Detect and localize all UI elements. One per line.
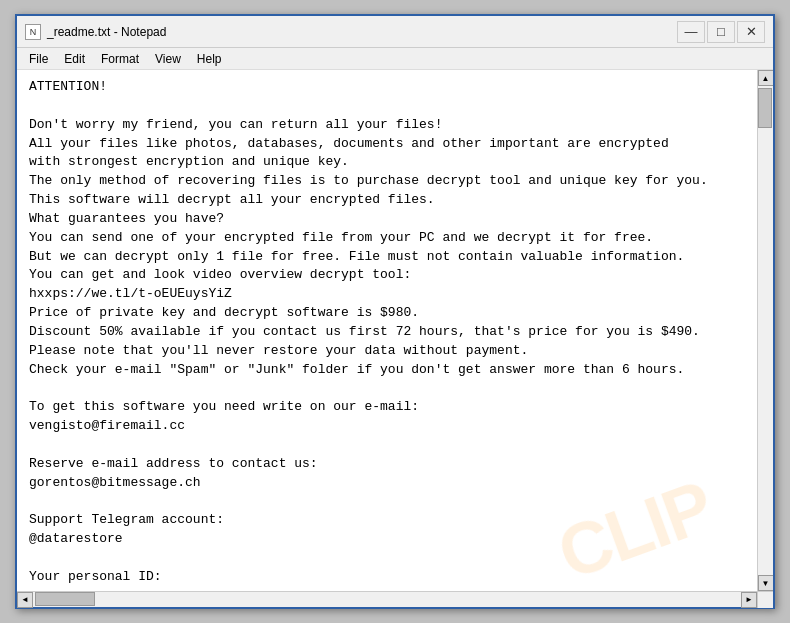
text-line: What guarantees you have? [29, 210, 745, 229]
menu-bar: File Edit Format View Help [17, 48, 773, 70]
content-area: ATTENTION! Don't worry my friend, you ca… [17, 70, 773, 591]
maximize-button[interactable]: □ [707, 21, 735, 43]
text-line: This software will decrypt all your encr… [29, 191, 745, 210]
text-line [29, 436, 745, 455]
menu-file[interactable]: File [21, 50, 56, 68]
vertical-scrollbar[interactable]: ▲ ▼ [757, 70, 773, 591]
text-line: @datarestore [29, 530, 745, 549]
scroll-left-arrow[interactable]: ◄ [17, 592, 33, 608]
minimize-button[interactable]: — [677, 21, 705, 43]
menu-help[interactable]: Help [189, 50, 230, 68]
text-line [29, 380, 745, 399]
notepad-window: N _readme.txt - Notepad — □ ✕ File Edit … [15, 14, 775, 609]
scroll-up-arrow[interactable]: ▲ [758, 70, 774, 86]
text-line: All your files like photos, databases, d… [29, 135, 745, 154]
horizontal-scrollbar[interactable]: ◄ ► [17, 592, 757, 607]
menu-edit[interactable]: Edit [56, 50, 93, 68]
text-line: You can get and look video overview decr… [29, 266, 745, 285]
scroll-track[interactable] [758, 86, 773, 575]
text-line: ATTENTION! [29, 78, 745, 97]
text-line: You can send one of your encrypted file … [29, 229, 745, 248]
text-line: with strongest encryption and unique key… [29, 153, 745, 172]
text-line [29, 97, 745, 116]
text-line: To get this software you need write on o… [29, 398, 745, 417]
text-line: Please note that you'll never restore yo… [29, 342, 745, 361]
horizontal-scrollbar-container: ◄ ► [17, 591, 773, 607]
close-button[interactable]: ✕ [737, 21, 765, 43]
text-line: - [29, 587, 745, 591]
text-line: But we can decrypt only 1 file for free.… [29, 248, 745, 267]
text-line: The only method of recovering files is t… [29, 172, 745, 191]
text-line: Discount 50% available if you contact us… [29, 323, 745, 342]
text-line: Support Telegram account: [29, 511, 745, 530]
text-editor[interactable]: ATTENTION! Don't worry my friend, you ca… [17, 70, 757, 591]
scroll-h-thumb[interactable] [35, 592, 95, 606]
scrollbar-corner [757, 592, 773, 608]
text-line: Your personal ID: [29, 568, 745, 587]
title-bar: N _readme.txt - Notepad — □ ✕ [17, 16, 773, 48]
title-bar-left: N _readme.txt - Notepad [25, 24, 166, 40]
text-line: vengisto@firemail.cc [29, 417, 745, 436]
menu-format[interactable]: Format [93, 50, 147, 68]
scroll-h-track[interactable] [33, 592, 741, 607]
window-title: _readme.txt - Notepad [47, 25, 166, 39]
text-line [29, 493, 745, 512]
scroll-thumb[interactable] [758, 88, 772, 128]
menu-view[interactable]: View [147, 50, 189, 68]
text-line: Check your e-mail "Spam" or "Junk" folde… [29, 361, 745, 380]
text-line: Don't worry my friend, you can return al… [29, 116, 745, 135]
scroll-right-arrow[interactable]: ► [741, 592, 757, 608]
text-line: gorentos@bitmessage.ch [29, 474, 745, 493]
text-line: hxxps://we.tl/t-oEUEuysYiZ [29, 285, 745, 304]
app-icon: N [25, 24, 41, 40]
text-line [29, 549, 745, 568]
text-line: Reserve e-mail address to contact us: [29, 455, 745, 474]
title-controls: — □ ✕ [677, 21, 765, 43]
scroll-down-arrow[interactable]: ▼ [758, 575, 774, 591]
text-line: Price of private key and decrypt softwar… [29, 304, 745, 323]
